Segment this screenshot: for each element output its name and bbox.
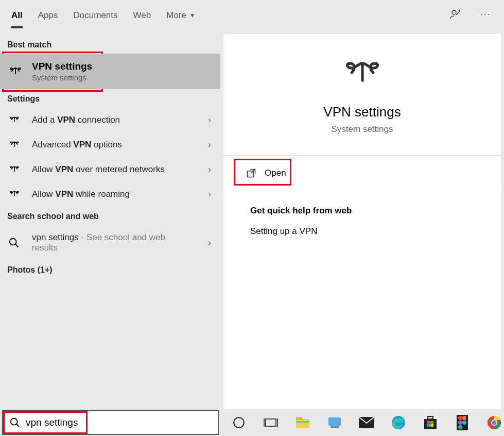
svg-point-26	[458, 421, 462, 425]
chevron-right-icon: ›	[208, 164, 211, 175]
best-match-title: VPN settings	[32, 61, 92, 72]
file-explorer-icon[interactable]	[295, 415, 310, 430]
chevron-right-icon: ›	[208, 238, 211, 248]
quick-help-header: Get quick help from web	[250, 206, 352, 216]
search-input[interactable]	[26, 417, 218, 428]
tab-apps[interactable]: Apps	[38, 0, 58, 28]
vpn-icon	[8, 66, 23, 77]
tab-all[interactable]: All	[11, 0, 23, 28]
section-photos: Photos (1+)	[0, 260, 220, 279]
settings-item-metered[interactable]: Allow VPN over metered networks ›	[0, 157, 220, 182]
edge-icon[interactable]	[391, 415, 406, 430]
svg-point-1	[10, 239, 16, 245]
preview-panel: VPN settings System settings Open Get qu…	[223, 34, 501, 409]
svg-point-27	[462, 421, 466, 425]
open-label: Open	[265, 168, 286, 178]
chevron-down-icon: ▼	[189, 12, 196, 19]
svg-rect-12	[296, 421, 309, 423]
quick-help-link[interactable]: Setting up a VPN	[250, 226, 352, 237]
chrome-icon[interactable]	[486, 415, 502, 430]
settings-item-advanced-options[interactable]: Advanced VPN options ›	[0, 132, 220, 157]
results-panel: Best match VPN settings System settings …	[0, 29, 220, 409]
tab-web[interactable]: Web	[133, 0, 151, 28]
more-options-icon[interactable]: ···	[478, 7, 493, 22]
settings-item-roaming[interactable]: Allow VPN while roaming ›	[0, 182, 220, 207]
chevron-right-icon: ›	[208, 140, 211, 150]
svg-rect-17	[424, 419, 437, 429]
feedback-icon[interactable]	[448, 7, 463, 22]
svg-rect-18	[428, 416, 433, 419]
best-match-result[interactable]: VPN settings System settings	[0, 54, 220, 89]
svg-point-4	[11, 418, 18, 425]
svg-point-6	[234, 417, 244, 428]
svg-line-2	[15, 244, 19, 247]
section-school-web: Search school and web	[0, 207, 220, 225]
svg-rect-20	[430, 421, 433, 424]
section-settings: Settings	[0, 89, 220, 108]
open-icon	[246, 168, 256, 178]
filter-tabs: All Apps Documents Web More▼ ···	[0, 0, 504, 29]
svg-point-31	[492, 421, 497, 425]
svg-point-25	[462, 416, 466, 420]
svg-point-0	[452, 10, 456, 14]
svg-rect-10	[296, 419, 309, 428]
vpn-icon	[8, 165, 23, 174]
vpn-icon	[8, 141, 23, 149]
svg-rect-14	[331, 426, 339, 428]
tab-documents[interactable]: Documents	[73, 0, 117, 28]
web-search-item[interactable]: vpn settings - See school and web result…	[0, 225, 220, 260]
search-icon	[8, 237, 23, 248]
chevron-right-icon: ›	[208, 115, 211, 125]
section-best-match: Best match	[0, 35, 220, 54]
figma-icon[interactable]	[455, 415, 470, 430]
vpn-icon	[8, 116, 23, 124]
tab-more[interactable]: More▼	[166, 0, 196, 28]
svg-rect-13	[328, 417, 341, 426]
svg-rect-22	[430, 424, 433, 427]
vpn-icon	[8, 190, 23, 198]
search-icon	[9, 417, 21, 428]
svg-point-28	[458, 425, 462, 429]
taskbar-search[interactable]	[2, 410, 219, 435]
settings-item-add-connection[interactable]: Add a VPN connection ›	[0, 108, 220, 132]
open-button[interactable]: Open	[234, 160, 299, 187]
task-view-icon[interactable]	[263, 415, 279, 430]
microsoft-store-icon[interactable]	[423, 415, 438, 430]
svg-rect-11	[296, 417, 302, 420]
svg-line-5	[16, 424, 20, 427]
preview-subtitle: System settings	[332, 124, 393, 135]
best-match-subtitle: System settings	[32, 73, 92, 82]
svg-rect-21	[427, 424, 430, 427]
chevron-right-icon: ›	[208, 189, 211, 199]
svg-rect-19	[427, 421, 430, 424]
app-icon-generic[interactable]	[327, 415, 342, 430]
svg-rect-7	[266, 419, 276, 426]
taskbar	[0, 409, 504, 436]
mail-icon[interactable]	[359, 415, 374, 430]
svg-point-24	[458, 416, 462, 420]
preview-title: VPN settings	[323, 104, 401, 120]
vpn-icon-large	[341, 59, 384, 90]
cortana-icon[interactable]	[231, 415, 247, 430]
